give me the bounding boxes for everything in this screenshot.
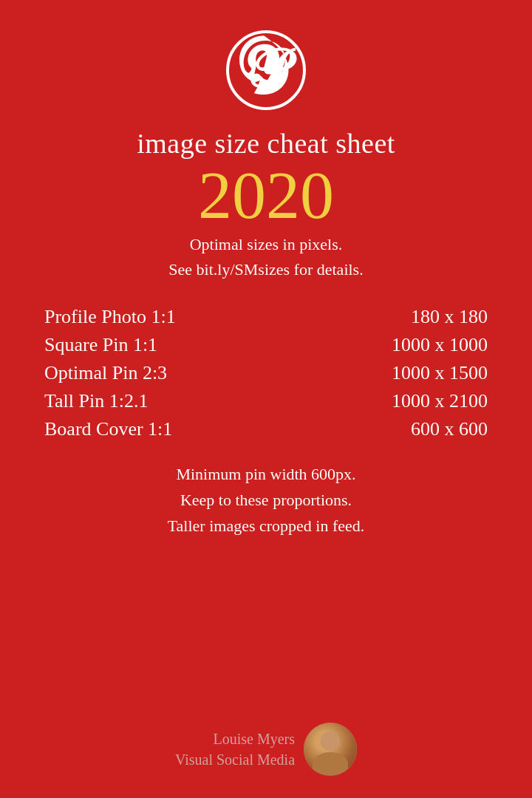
footer-name-line2: Visual Social Media (175, 751, 295, 768)
table-row: Square Pin 1:11000 x 1000 (37, 331, 495, 359)
size-value: 1000 x 1000 (392, 334, 488, 356)
title-year: 2020 (198, 161, 334, 229)
subtitle-line1: Optimal sizes in pixels. (190, 235, 343, 253)
title-line1: image size cheat sheet (137, 127, 395, 161)
size-value: 1000 x 2100 (392, 390, 488, 412)
pinterest-logo-icon: 𝒫 (225, 30, 307, 111)
notes-section: Minimum pin width 600px.Keep to these pr… (168, 461, 365, 539)
footer: Louise Myers Visual Social Media (175, 723, 357, 783)
note-text: Minimum pin width 600px. (168, 461, 365, 487)
table-row: Tall Pin 1:2.11000 x 2100 (37, 387, 495, 415)
subtitle-line2: See bit.ly/SMsizes for details. (168, 260, 363, 279)
size-label: Tall Pin 1:2.1 (44, 390, 148, 412)
size-label: Board Cover 1:1 (44, 418, 172, 440)
sizes-table: Profile Photo 1:1180 x 180Square Pin 1:1… (37, 303, 495, 443)
subtitle: Optimal sizes in pixels. See bit.ly/SMsi… (168, 232, 363, 282)
avatar (304, 723, 357, 776)
size-value: 180 x 180 (411, 306, 488, 328)
footer-text: Louise Myers Visual Social Media (175, 729, 295, 770)
note-text: Keep to these proportions. (168, 487, 365, 513)
avatar-image (304, 723, 357, 776)
size-value: 1000 x 1500 (392, 362, 488, 384)
size-value: 600 x 600 (411, 418, 488, 440)
pinterest-logo-wrapper: 𝒫 (225, 30, 307, 114)
page-container: 𝒫 image size cheat sheet 2020 Optimal si… (0, 0, 532, 798)
size-label: Optimal Pin 2:3 (44, 362, 167, 384)
note-text: Taller images cropped in feed. (168, 513, 365, 539)
table-row: Profile Photo 1:1180 x 180 (37, 303, 495, 331)
table-row: Optimal Pin 2:31000 x 1500 (37, 359, 495, 387)
size-label: Square Pin 1:1 (44, 334, 157, 356)
table-row: Board Cover 1:1600 x 600 (37, 415, 495, 443)
footer-name-line1: Louise Myers (214, 731, 296, 747)
size-label: Profile Photo 1:1 (44, 306, 176, 328)
